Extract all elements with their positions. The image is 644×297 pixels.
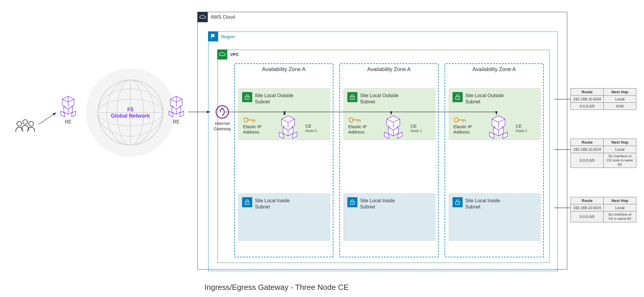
users-icon bbox=[13, 118, 37, 136]
outside-subnet-label-2: Site Local Outside Subnet bbox=[465, 93, 504, 105]
svg-line-80 bbox=[39, 113, 56, 124]
globe-label-line2: Global Network bbox=[110, 113, 151, 119]
ce-node-icon-0 bbox=[276, 114, 300, 141]
elastic-ip-1 bbox=[348, 117, 362, 123]
aws-cloud-header: AWS Cloud bbox=[198, 12, 567, 22]
region-label: Region bbox=[221, 34, 235, 39]
vpc-cloud-icon bbox=[217, 49, 227, 60]
diagram-caption: Ingress/Egress Gateway - Three Node CE bbox=[204, 283, 349, 292]
globe-label-line1: F5 bbox=[110, 107, 151, 113]
key-icon bbox=[453, 117, 467, 123]
az-title-0: Availability Zone A bbox=[235, 64, 333, 75]
site-local-inside-subnet-2: Site Local Inside Subnet bbox=[449, 193, 541, 241]
svg-point-79 bbox=[216, 106, 228, 118]
re-label-right: RE bbox=[166, 119, 187, 125]
svg-point-40 bbox=[352, 203, 353, 204]
route-table-0: RouteNext Hop 192.168.10.0/24Local 0.0.0… bbox=[571, 88, 636, 110]
availability-zone-a-0: Availability Zone A Site Local Outside S… bbox=[234, 63, 333, 257]
region-container: Region VPC Availability Zone A Site Loca bbox=[208, 31, 558, 271]
lock-icon bbox=[453, 197, 463, 207]
re-cube-right: RE bbox=[166, 95, 187, 125]
outside-subnet-label-1: Site Local Outside Subnet bbox=[360, 93, 399, 105]
route-table-1: RouteNext Hop 192.168.10.0/24Local 0.0.0… bbox=[571, 139, 636, 168]
eip-label-1: Elastic IP Address bbox=[348, 124, 367, 135]
igw-label: Internet Gateway bbox=[210, 121, 234, 131]
eip-label-0: Elastic IP Address bbox=[243, 124, 262, 135]
vpc-label: VPC bbox=[230, 52, 239, 57]
region-flag-icon bbox=[208, 31, 218, 41]
svg-point-11 bbox=[247, 98, 248, 99]
re-label-left: RE bbox=[58, 119, 79, 125]
site-local-inside-subnet-1: Site Local Inside Subnet bbox=[343, 193, 435, 241]
site-local-inside-subnet-0: Site Local Inside Subnet bbox=[238, 193, 330, 241]
svg-point-17 bbox=[247, 203, 248, 204]
inside-subnet-label-0: Site Local Inside Subnet bbox=[255, 198, 290, 210]
outside-subnet-label-0: Site Local Outside Subnet bbox=[255, 93, 293, 105]
aws-cloud-icon bbox=[198, 12, 208, 22]
az-title-1: Availability Zone A bbox=[340, 64, 438, 75]
lock-icon bbox=[242, 197, 252, 207]
eip-label-2: Elastic IP Address bbox=[453, 124, 472, 135]
internet-gateway: Internet Gateway bbox=[210, 105, 234, 131]
lock-icon bbox=[347, 92, 357, 102]
ce-label-1: CENode 1 bbox=[410, 123, 422, 133]
availability-zone-a-1: Availability Zone A Site Local Outside S… bbox=[339, 63, 439, 257]
ce-label-0: CE Node 0 bbox=[305, 123, 317, 133]
svg-point-9 bbox=[29, 121, 33, 126]
route-table-2: RouteNext Hop 192.168.10.0/24Local 0.0.0… bbox=[571, 197, 636, 222]
aws-cloud-label: AWS Cloud bbox=[211, 15, 235, 20]
svg-point-35 bbox=[349, 118, 353, 122]
lock-icon bbox=[453, 92, 463, 102]
key-icon bbox=[348, 117, 362, 123]
az-title-2: Availability Zone A bbox=[445, 64, 543, 75]
lock-icon bbox=[347, 197, 357, 207]
globe-label: F5 Global Network bbox=[110, 107, 151, 119]
svg-point-12 bbox=[244, 118, 248, 122]
svg-point-7 bbox=[17, 121, 22, 126]
key-icon bbox=[243, 117, 256, 123]
lock-icon bbox=[242, 92, 252, 102]
elastic-ip-0 bbox=[243, 117, 256, 123]
svg-point-34 bbox=[352, 98, 353, 99]
region-header: Region bbox=[208, 31, 557, 41]
re-cube-left: RE bbox=[58, 95, 79, 125]
availability-zone-a-2: Availability Zone A Site Local Outside S… bbox=[445, 63, 544, 257]
internet-gateway-icon bbox=[215, 105, 229, 119]
inside-subnet-label-1: Site Local Inside Subnet bbox=[360, 198, 395, 210]
svg-point-63 bbox=[457, 203, 458, 204]
ce-node-icon-2 bbox=[487, 114, 510, 141]
ce-label-2: CENode 2 bbox=[516, 123, 527, 133]
svg-point-8 bbox=[23, 120, 28, 124]
ce-node-icon-1 bbox=[381, 114, 405, 141]
vpc-header: VPC bbox=[217, 49, 549, 60]
inside-subnet-label-2: Site Local Inside Subnet bbox=[465, 198, 500, 210]
svg-point-58 bbox=[454, 118, 458, 122]
aws-cloud-container: AWS Cloud Region VPC Availability Zone A bbox=[197, 12, 567, 269]
svg-point-57 bbox=[457, 98, 458, 99]
vpc-container: VPC Availability Zone A Site Local Outsi… bbox=[218, 50, 549, 263]
elastic-ip-2 bbox=[453, 117, 467, 123]
